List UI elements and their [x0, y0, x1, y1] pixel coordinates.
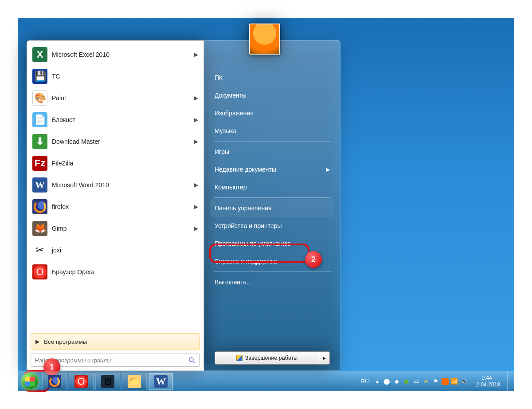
chevron-right-icon: ▶	[194, 182, 198, 188]
taskbar-left: O 🖥 📁 W	[20, 371, 174, 392]
note-icon: 📄	[32, 112, 47, 127]
menu-default-programs[interactable]: Программы по умолчанию	[210, 235, 334, 252]
language-indicator[interactable]: RU	[359, 378, 372, 385]
menu-run[interactable]: Выполнить...	[210, 273, 334, 291]
start-menu-left-pane: XMicrosoft Excel 2010▶💾TC🎨Paint▶📄Блокнот…	[27, 40, 204, 371]
menu-music[interactable]: Музыка	[210, 122, 334, 140]
program-label: Браузер Opera	[52, 268, 198, 275]
save-icon: 💾	[32, 69, 47, 84]
tray-expand-icon[interactable]: ▲	[373, 378, 381, 385]
annotation-badge-2: 2	[305, 251, 322, 268]
shield-icon	[236, 355, 243, 361]
opera-icon: O	[32, 264, 47, 279]
program-label: firefox	[52, 203, 190, 210]
program-item-save[interactable]: 💾TC	[30, 65, 201, 87]
menu-control-panel[interactable]: Панель управления	[210, 199, 334, 217]
taskbar-pinned-opera[interactable]: O	[69, 373, 94, 390]
windows-orb-icon	[21, 373, 39, 390]
shutdown-button[interactable]: Завершение работы	[215, 351, 319, 365]
monitor-icon: 🖥	[101, 375, 114, 388]
shutdown-label: Завершение работы	[245, 355, 298, 361]
program-item-note[interactable]: 📄Блокнот▶	[30, 109, 201, 130]
start-menu-right-pane: ПК Документы Изображения Музыка Игры Нед…	[204, 40, 340, 371]
taskbar-app-word[interactable]: W	[149, 373, 173, 390]
word-icon: W	[154, 375, 168, 388]
all-programs-button[interactable]: ▶ Все программы	[31, 333, 200, 350]
all-programs-label: Все программы	[44, 338, 87, 345]
taskbar: O 🖥 📁 W RU ▲ ⬤ ◆ ◉ ▭ ☀ ⚑ 📶 🔊 0:44 12.04.…	[18, 371, 514, 391]
start-menu: XMicrosoft Excel 2010▶💾TC🎨Paint▶📄Блокнот…	[27, 40, 340, 371]
program-label: Download Master	[52, 138, 190, 145]
tray-icon[interactable]	[442, 378, 449, 385]
program-item-excel[interactable]: XMicrosoft Excel 2010▶	[30, 43, 201, 65]
firefox-icon	[48, 375, 61, 388]
taskbar-pinned-firefox[interactable]	[42, 373, 67, 390]
taskbar-right: RU ▲ ⬤ ◆ ◉ ▭ ☀ ⚑ 📶 🔊 0:44 12.04.2018	[359, 371, 512, 392]
svg-line-1	[193, 361, 195, 363]
user-picture[interactable]	[249, 24, 280, 55]
desktop-frame: XMicrosoft Excel 2010▶💾TC🎨Paint▶📄Блокнот…	[18, 18, 514, 391]
program-item-joxi[interactable]: ✂joxi	[30, 239, 201, 261]
volume-icon[interactable]: 🔊	[460, 378, 468, 385]
search-icon	[188, 356, 196, 364]
clock-time: 0:44	[473, 375, 500, 381]
chevron-right-icon: ▶	[194, 225, 198, 232]
shutdown-options-button[interactable]: ▸	[319, 351, 330, 365]
tray-icon[interactable]: ☀	[422, 378, 430, 385]
menu-pictures[interactable]: Изображения	[210, 104, 334, 122]
program-label: Paint	[52, 94, 190, 102]
chevron-right-icon: ▶	[194, 51, 198, 58]
separator	[214, 271, 331, 272]
taskbar-pinned-explorer[interactable]: 📁	[122, 373, 147, 390]
tray-icon[interactable]: ⚑	[432, 378, 440, 385]
tray-icon[interactable]: ⬤	[383, 378, 391, 385]
program-item-gimp[interactable]: 🦊Gimp▶	[30, 217, 201, 239]
menu-computer[interactable]: Компьютер	[210, 178, 334, 196]
menu-games[interactable]: Игры	[210, 143, 334, 161]
taskbar-pinned-monitor[interactable]: 🖥	[95, 373, 120, 390]
chevron-right-icon: ▶	[326, 166, 330, 173]
excel-icon: X	[32, 47, 47, 62]
fz-icon: Fz	[32, 156, 47, 171]
dm-icon: ⬇	[32, 134, 47, 149]
gimp-icon: 🦊	[32, 221, 47, 236]
tray-icon[interactable]: ◆	[393, 378, 401, 385]
program-label: Microsoft Word 2010	[52, 181, 190, 189]
separator	[214, 141, 331, 142]
svg-point-0	[189, 358, 193, 362]
program-label: Блокнот	[52, 116, 190, 123]
chevron-right-icon: ▶	[194, 138, 198, 145]
program-label: TC	[52, 73, 198, 80]
program-label: joxi	[52, 247, 198, 254]
program-label: Microsoft Excel 2010	[52, 51, 190, 58]
paint-icon: 🎨	[32, 90, 47, 106]
menu-pc[interactable]: ПК	[210, 69, 334, 87]
divider	[31, 332, 199, 332]
explorer-icon: 📁	[128, 375, 141, 388]
menu-recent-documents[interactable]: Недавние документы▶	[210, 161, 334, 178]
start-button[interactable]	[20, 371, 41, 392]
chevron-right-icon: ▶	[194, 204, 198, 210]
tray-icon[interactable]: ◉	[403, 378, 411, 385]
play-icon: ▶	[35, 338, 39, 345]
program-item-paint[interactable]: 🎨Paint▶	[30, 87, 201, 109]
joxi-icon: ✂	[32, 243, 47, 258]
program-item-fz[interactable]: FzFileZilla	[30, 152, 201, 174]
menu-documents[interactable]: Документы	[210, 87, 334, 104]
chevron-right-icon: ▶	[194, 95, 198, 101]
program-item-ff[interactable]: firefox▶	[30, 196, 201, 217]
program-item-opera[interactable]: OБраузер Opera	[30, 261, 201, 283]
program-label: FileZilla	[52, 160, 198, 167]
menu-devices-printers[interactable]: Устройства и принтеры	[210, 217, 334, 235]
shutdown-row: Завершение работы ▸	[210, 351, 334, 367]
show-desktop-button[interactable]	[507, 371, 512, 392]
program-item-word[interactable]: WMicrosoft Word 2010▶	[30, 174, 201, 196]
clock-date: 12.04.2018	[473, 381, 500, 388]
program-item-dm[interactable]: ⬇Download Master▶	[30, 130, 201, 152]
ff-icon	[32, 199, 47, 214]
word-icon: W	[32, 177, 47, 193]
taskbar-clock[interactable]: 0:44 12.04.2018	[470, 375, 504, 388]
opera-icon: O	[74, 375, 88, 388]
tray-icon[interactable]: ▭	[412, 378, 420, 385]
network-icon[interactable]: 📶	[450, 378, 458, 385]
